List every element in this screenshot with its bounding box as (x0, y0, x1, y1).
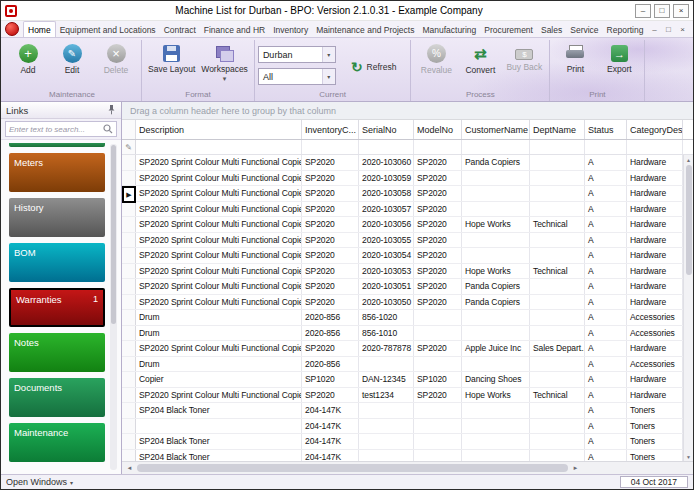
scroll-left-icon[interactable]: ◄ (124, 465, 135, 471)
column-header-description[interactable]: Description (136, 120, 302, 139)
table-row[interactable]: SP204 Black Toner 204-147K A Toners (122, 403, 683, 419)
mdi-close-button[interactable]: × (676, 23, 689, 35)
table-row[interactable]: SP204 Black Toner 204-147K A Toners (122, 434, 683, 450)
column-header-deptname[interactable]: DeptName (530, 120, 585, 139)
table-row[interactable]: SP2020 Sprint Colour Multi Functional Co… (122, 279, 683, 295)
column-header-modelno[interactable]: ModelNo (414, 120, 462, 139)
refresh-button[interactable]: ↻ Refresh (344, 56, 404, 78)
table-row[interactable]: SP2020 Sprint Colour Multi Functional Co… (122, 341, 683, 357)
table-row[interactable]: SP2020 Sprint Colour Multi Functional Co… (122, 171, 683, 187)
minimize-button[interactable]: – (635, 4, 651, 18)
print-button[interactable]: Print (553, 41, 597, 74)
column-header-inventorycode[interactable]: InventoryC... (302, 120, 359, 139)
maximize-button[interactable]: □ (654, 4, 670, 18)
grid-hscroll-thumb[interactable] (137, 464, 568, 472)
cell-deptname (530, 419, 585, 434)
column-header-status[interactable]: Status (585, 120, 627, 139)
grid-horizontal-scrollbar[interactable]: ◄ ► (122, 461, 693, 474)
delete-button[interactable]: × Delete (94, 41, 138, 75)
table-row[interactable]: Drum 2020-856 A Accessories (122, 357, 683, 373)
sidebar-item-history[interactable]: History (9, 198, 105, 237)
ribbon-tab[interactable]: Service (566, 22, 602, 37)
table-row[interactable]: SP2020 Sprint Colour Multi Functional Co… (122, 388, 683, 404)
column-header-serialno[interactable]: SerialNo (359, 120, 414, 139)
site-combobox[interactable]: Durban ▾ (258, 46, 336, 63)
filter-cell[interactable] (627, 140, 683, 154)
ribbon-tab[interactable]: Reporting (603, 22, 646, 37)
ribbon-tab[interactable]: Manufacturing (418, 22, 480, 37)
grid-filter-row[interactable]: ✎ (122, 140, 693, 155)
filter-combobox[interactable]: All ▾ (258, 68, 336, 85)
export-button[interactable]: → Export (597, 41, 641, 74)
group-by-panel[interactable]: Drag a column header here to group by th… (122, 102, 693, 120)
close-button[interactable]: × (673, 4, 689, 18)
mdi-minimize-button[interactable]: – (648, 23, 661, 35)
ribbon-tab[interactable]: Equipment and Locations (56, 22, 160, 37)
filter-cell[interactable] (530, 140, 585, 154)
ribbon-tab[interactable]: Procurement (480, 22, 537, 37)
column-header-customername[interactable]: CustomerName (462, 120, 530, 139)
filter-cell[interactable] (585, 140, 627, 154)
table-row[interactable]: SP2020 Sprint Colour Multi Functional Co… (122, 186, 683, 202)
sidebar-item-warranties[interactable]: Warranties 1 (9, 288, 105, 327)
mdi-restore-button[interactable]: □ (662, 23, 675, 35)
grid-vscroll-thumb[interactable] (686, 165, 692, 275)
cell-deptname (530, 295, 585, 310)
add-button[interactable]: + Add (6, 41, 50, 75)
ribbon-tab[interactable]: Inventory (269, 22, 312, 37)
pin-icon[interactable] (107, 105, 116, 115)
sidebar-item-documents[interactable]: Documents (9, 378, 105, 417)
convert-button[interactable]: ⇄ Convert (458, 41, 502, 75)
table-row[interactable]: Drum 2020-856 856-1010 A Accessories (122, 326, 683, 342)
search-input[interactable] (9, 125, 103, 134)
workspaces-button[interactable]: Workspaces ▾ (198, 41, 251, 82)
revalue-button[interactable]: % Revalue (414, 41, 458, 75)
partial-tile[interactable] (9, 143, 105, 147)
chevron-down-icon[interactable]: ▾ (322, 47, 335, 62)
scroll-right-icon[interactable]: ► (570, 465, 581, 471)
table-row[interactable]: SP2020 Sprint Colour Multi Functional Co… (122, 295, 683, 311)
scroll-up-icon[interactable]: ▲ (686, 155, 691, 164)
application-menu-icon[interactable] (5, 22, 19, 36)
filter-cell[interactable] (302, 140, 359, 154)
filter-cell[interactable] (462, 140, 530, 154)
row-indicator (122, 233, 136, 248)
sidebar-item-bom[interactable]: BOM (9, 243, 105, 282)
table-row[interactable]: SP2020 Sprint Colour Multi Functional Co… (122, 233, 683, 249)
ribbon-tab[interactable]: Home (23, 21, 56, 37)
table-row[interactable]: 204-147K A Toners (122, 419, 683, 435)
cell-description: SP2020 Sprint Colour Multi Functional Co… (136, 295, 302, 310)
ribbon-tab[interactable]: Maintenance and Projects (312, 22, 418, 37)
table-row[interactable]: SP2020 Sprint Colour Multi Functional Co… (122, 202, 683, 218)
column-header-categorydesc[interactable]: CategoryDesc... (627, 120, 683, 139)
buy-back-button[interactable]: $ Buy Back (502, 41, 546, 72)
table-row[interactable]: Drum 2020-856 856-1020 A Accessories (122, 310, 683, 326)
cell-customername: Panda Copiers (462, 279, 530, 294)
chevron-down-icon[interactable]: ▾ (322, 69, 335, 84)
open-windows-button[interactable]: Open Windows ▾ (6, 477, 73, 487)
ribbon-tab[interactable]: Contract (160, 22, 200, 37)
table-row[interactable]: Copier SP1020 DAN-12345 SP1020 Dancing S… (122, 372, 683, 388)
save-layout-button[interactable]: Save Layout (145, 41, 198, 74)
edit-button[interactable]: ✎ Edit (50, 41, 94, 75)
sidebar-scrollbar-thumb[interactable] (111, 145, 116, 324)
cell-modelno: SP2020 (414, 186, 462, 201)
table-row[interactable]: SP204 Black Toner 204-147K A Toners (122, 450, 683, 462)
ribbon-tab[interactable]: Sales (537, 22, 566, 37)
table-row[interactable]: SP2020 Sprint Colour Multi Functional Co… (122, 217, 683, 233)
sidebar-item-maintenance[interactable]: Maintenance (9, 423, 105, 462)
sidebar-item-notes[interactable]: Notes (9, 333, 105, 372)
grid-vertical-scrollbar[interactable]: ▲ ▼ (683, 155, 693, 461)
search-icon[interactable] (103, 120, 113, 138)
filter-cell[interactable] (359, 140, 414, 154)
table-row[interactable]: SP2020 Sprint Colour Multi Functional Co… (122, 248, 683, 264)
sidebar-item-meters[interactable]: Meters (9, 153, 105, 192)
filter-cell[interactable] (136, 140, 302, 154)
cell-description: SP2020 Sprint Colour Multi Functional Co… (136, 388, 302, 403)
scroll-down-icon[interactable]: ▼ (686, 452, 691, 461)
table-row[interactable]: SP2020 Sprint Colour Multi Functional Co… (122, 155, 683, 171)
sidebar-scrollbar[interactable] (110, 144, 117, 470)
table-row[interactable]: SP2020 Sprint Colour Multi Functional Co… (122, 264, 683, 280)
ribbon-tab[interactable]: Finance and HR (200, 22, 269, 37)
filter-cell[interactable] (414, 140, 462, 154)
